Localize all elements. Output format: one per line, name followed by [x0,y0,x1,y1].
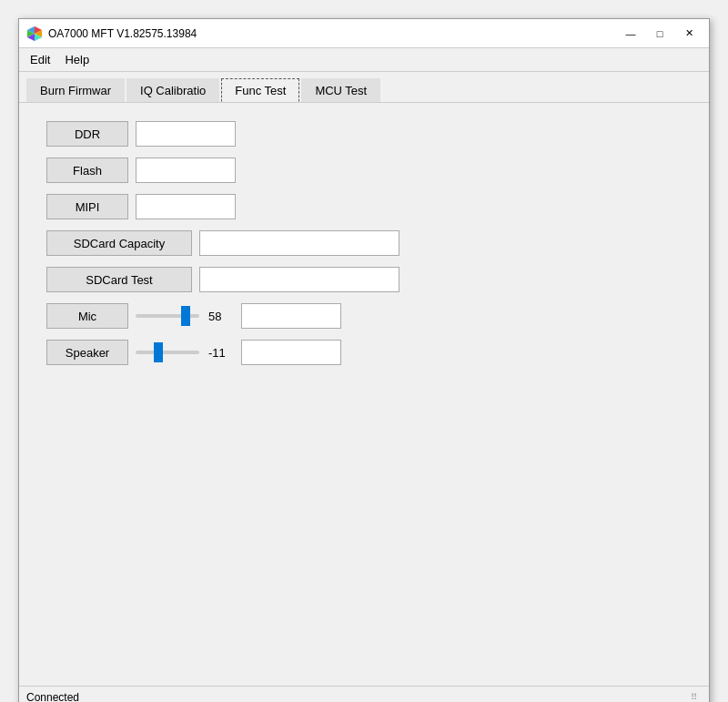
tab-burn-firmware[interactable]: Burn Firmwar [26,78,125,102]
sdcard-test-row: SDCard Test [46,267,682,292]
app-icon [26,25,43,42]
menu-bar: Edit Help [19,48,709,72]
mic-slider-section: 58 [136,310,234,323]
tab-bar: Burn Firmwar IQ Calibratio Func Test MCU… [19,72,709,103]
sdcard-test-button[interactable]: SDCard Test [46,267,192,292]
speaker-slider-thumb[interactable] [154,342,163,362]
mic-slider-thumb[interactable] [181,306,190,326]
close-button[interactable]: ✕ [676,25,702,43]
speaker-slider-section: -11 [136,346,234,360]
tab-func-test[interactable]: Func Test [221,78,299,102]
mic-slider-value: 58 [208,310,234,323]
title-bar: OA7000 MFT V1.82575.13984 — □ ✕ [19,19,709,48]
sdcard-capacity-button[interactable]: SDCard Capacity [46,230,192,256]
speaker-slider-value: -11 [208,346,234,360]
mipi-row: MIPI [46,194,682,219]
mipi-button[interactable]: MIPI [46,194,128,219]
minimize-button[interactable]: — [618,25,643,43]
mic-result [241,303,341,329]
speaker-result [241,340,341,365]
window-controls: — □ ✕ [618,25,702,43]
flash-row: Flash [46,158,682,183]
menu-edit[interactable]: Edit [23,51,57,68]
tab-mcu-test[interactable]: MCU Test [301,78,380,102]
sdcard-capacity-result [199,230,399,256]
flash-result [136,158,236,183]
speaker-row: Speaker -11 [46,340,682,365]
tab-iq-calibration[interactable]: IQ Calibratio [126,78,219,102]
window-title: OA7000 MFT V1.82575.13984 [48,27,618,40]
sdcard-test-result [199,267,399,292]
status-text: Connected [26,691,79,703]
main-content: DDR Flash MIPI SDCard Capacity [19,103,709,686]
main-window: OA7000 MFT V1.82575.13984 — □ ✕ Edit Hel… [18,18,710,702]
menu-help[interactable]: Help [57,51,96,68]
resize-handle[interactable]: ⠿ [691,692,702,703]
speaker-button[interactable]: Speaker [46,340,128,365]
sdcard-capacity-row: SDCard Capacity [46,230,682,256]
mic-row: Mic 58 [46,303,682,329]
ddr-result [136,121,236,147]
ddr-button[interactable]: DDR [46,121,128,147]
ddr-row: DDR [46,121,682,147]
mic-button[interactable]: Mic [46,303,128,329]
maximize-button[interactable]: □ [647,25,672,43]
mipi-result [136,194,236,219]
status-bar: Connected ⠿ [19,686,709,702]
flash-button[interactable]: Flash [46,158,128,183]
